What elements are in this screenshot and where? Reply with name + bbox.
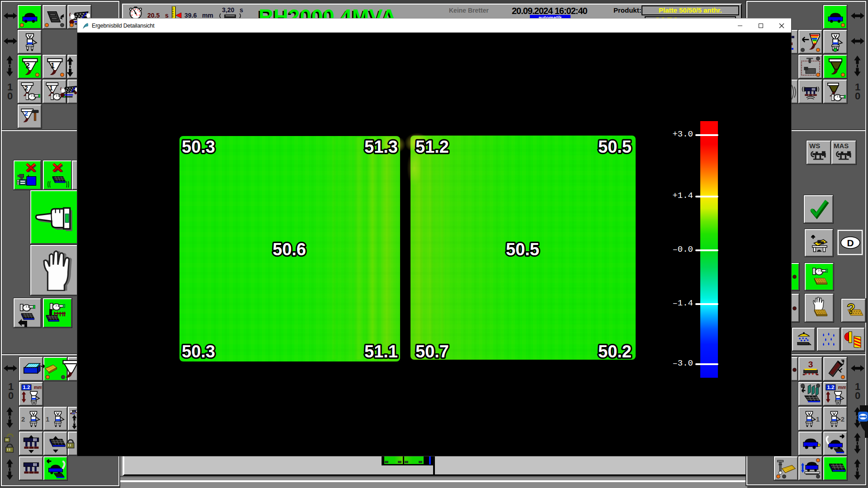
svg-text:51.2: 51.2 (415, 137, 449, 156)
svg-text:50.6: 50.6 (273, 240, 306, 259)
svg-text:50.3: 50.3 (182, 342, 215, 361)
svg-text:50.5: 50.5 (598, 137, 632, 156)
svg-text:51.1: 51.1 (364, 342, 398, 361)
svg-text:50.7: 50.7 (415, 342, 449, 361)
svg-text:D: D (847, 238, 854, 248)
svg-text:51.3: 51.3 (364, 137, 398, 156)
svg-text:50.2: 50.2 (598, 342, 632, 361)
svg-text:50.3: 50.3 (182, 137, 215, 156)
svg-text:50.5: 50.5 (506, 240, 539, 259)
